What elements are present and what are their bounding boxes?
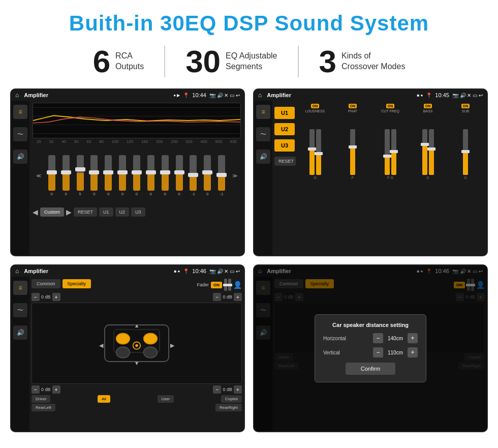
stat-rca-label: RCA Outputs [115,51,144,72]
eq-speaker-btn[interactable]: 🔊 [13,150,27,164]
confirm-button[interactable]: Confirm [346,363,396,375]
eq-u2-btn[interactable]: U2 [115,207,130,217]
eq-prev-btn[interactable]: ◀ [33,208,38,216]
sub-name: SUB [462,109,469,113]
crossover-speaker-btn[interactable]: 🔊 [256,150,270,164]
loudness-slider-1[interactable] [309,129,315,175]
eq-slider-1: 0 [48,155,55,196]
cutfreq-slider-2[interactable] [391,129,396,175]
fader-title: Amplifier [24,268,171,274]
vol-plus-right-1[interactable]: + [234,293,242,301]
eq-slider-8: 0 [147,155,154,196]
loudness-slider-2[interactable] [316,129,321,175]
stat-eq: 30 EQ Adjustable Segments [165,46,298,77]
fader-sliders-row [224,279,231,291]
eq-reset-btn[interactable]: RESET [74,207,97,217]
fader-main-area: Common Specialty Fader ON [29,277,244,431]
eq-screen: ⌂ Amplifier ● ▶ 📍 10:44 📷 🔊 ✕ ▭ ↩ ≡ 〜 🔊 [10,88,245,256]
sub-slider-1[interactable] [463,129,468,175]
fader-vslider-2[interactable] [228,279,231,291]
eq-status-icons: 📷 🔊 ✕ ▭ ↩ [209,93,240,98]
vol-minus-left-1[interactable]: − [32,293,40,301]
stat-crossover: 3 Kinds of Crossover Modes [299,46,426,77]
rearright-btn[interactable]: RearRight [215,404,242,411]
user-btn[interactable]: User [158,395,174,403]
fader-speaker-btn[interactable]: 🔊 [13,325,27,340]
eq-wave-btn[interactable]: 〜 [13,127,27,141]
channel-bass: ON BASS G [411,104,445,252]
phat-on-label: ON [349,104,357,108]
fader-filter-btn[interactable]: ≡ [13,281,27,295]
home-icon[interactable]: ⌂ [15,92,19,99]
eq-u1-btn[interactable]: U1 [99,207,113,217]
driver-btn[interactable]: Driver [32,395,50,403]
stat-eq-label: EQ Adjustable Segments [226,51,277,72]
modal-vertical-label: Vertical [323,350,373,355]
vol-ctrl-left-2: − 0 dB + [32,385,60,394]
crossover-wave-btn[interactable]: 〜 [256,127,270,141]
cutfreq-on-label: ON [386,104,395,108]
eq-slider-11: -1 [190,155,197,196]
stat-crossover-number: 3 [319,46,336,77]
eq-next-btn[interactable]: ▶ [66,208,72,216]
vol-ctrl-right-2: − 0 dB + [213,385,242,394]
vertical-plus-btn[interactable]: + [408,347,418,357]
eq-expand-right[interactable]: ≫ [232,173,237,178]
vertical-minus-btn[interactable]: − [373,347,383,357]
eq-main-area: 25 32 40 50 63 80 100 125 160 200 250 32… [29,101,244,255]
vol-minus-right-1[interactable]: − [213,293,221,301]
sub-val: G [464,176,466,180]
eq-sliders: ≪ 0 0 5 0 [33,145,241,206]
loudness-val: G [314,176,316,180]
fader-side-controls: ≡ 〜 🔊 [11,277,29,431]
vol-plus-left-1[interactable]: + [52,293,60,301]
bass-on-label: ON [424,104,432,108]
eq-side-controls: ≡ 〜 🔊 [11,101,29,255]
all-btn[interactable]: All [98,395,110,403]
eq-expand-left[interactable]: ≪ [36,173,41,178]
vol-minus-left-2[interactable]: − [32,385,40,394]
bass-slider-1[interactable] [422,129,427,175]
bottom-labels-1: Driver All User Copilot [32,395,242,403]
tab-common[interactable]: Common [32,279,60,288]
cutfreq-slider-1[interactable] [385,129,390,175]
phat-val: F [352,176,354,180]
horizontal-minus-btn[interactable]: − [373,333,383,343]
home-icon-3[interactable]: ⌂ [15,267,19,275]
eq-curve-svg [33,103,240,138]
tab-specialty[interactable]: Specialty [63,279,91,288]
rearleft-btn[interactable]: RearLeft [32,404,55,411]
vol-value-left-1: 0 dB [41,294,51,300]
svg-point-2 [116,333,130,344]
crossover-filter-btn[interactable]: ≡ [256,105,270,119]
fader-on-btn[interactable]: ON [211,282,222,288]
u3-btn[interactable]: U3 [274,139,295,152]
bass-slider-2[interactable] [429,129,434,175]
fader-status-icons: 📷 🔊 ✕ ▭ ↩ [209,268,240,274]
horizontal-plus-btn[interactable]: + [408,333,418,343]
modal-confirm-area: Confirm [323,363,418,375]
fader-person-icon[interactable]: 👤 [233,281,242,289]
vol-minus-right-2[interactable]: − [213,385,221,394]
copilot-btn[interactable]: Copilot [221,395,242,403]
eq-preset-custom[interactable]: Custom [40,207,64,217]
u2-btn[interactable]: U2 [274,123,295,135]
u1-btn[interactable]: U1 [274,107,295,119]
vol-plus-left-2[interactable]: + [52,385,60,394]
cutfreq-name: CUT FREQ [381,109,399,113]
eq-u3-btn[interactable]: U3 [131,207,145,217]
fader-screen: ⌂ Amplifier ■ ● 📍 10:46 📷 🔊 ✕ ▭ ↩ ≡ 〜 🔊 … [10,264,245,432]
home-icon-2[interactable]: ⌂ [258,92,262,99]
crossover-reset-btn[interactable]: RESET [274,157,296,166]
fader-label: Fader [197,282,209,287]
stat-rca: 6 RCA Outputs [73,46,166,77]
vol-plus-right-2[interactable]: + [234,385,242,394]
svg-point-4 [116,347,130,358]
eq-filter-btn[interactable]: ≡ [13,105,27,119]
fader-wave-btn[interactable]: 〜 [13,303,27,317]
eq-time: 10:44 [192,92,206,98]
crossover-body: ≡ 〜 🔊 U1 U2 U3 RESET ON LOUDNESS [254,101,487,255]
distance-screen: ⌂ Amplifier ■ ● 📍 10:46 📷 🔊 ✕ ▭ ↩ ≡ 〜 🔊 … [253,264,488,432]
vertical-value: 110cm [385,350,406,355]
phat-slider-1[interactable] [350,129,355,175]
